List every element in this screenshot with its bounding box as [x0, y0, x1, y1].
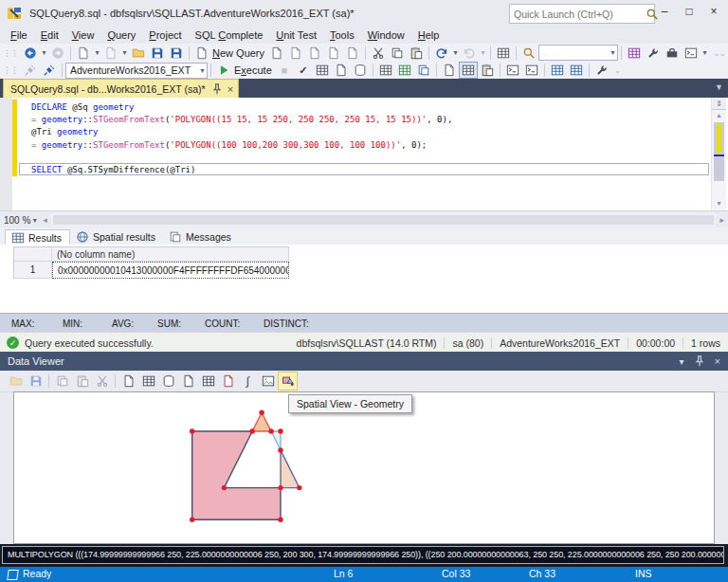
hscroll-right-arrow[interactable]: ▸	[719, 215, 724, 225]
add-item-button[interactable]	[101, 45, 120, 62]
scroll-down-arrow[interactable]: ▼	[712, 198, 726, 209]
find-combobox[interactable]: ▾	[538, 45, 618, 61]
new-dmx-query-icon[interactable]	[286, 45, 305, 62]
database-combobox-dropdown[interactable]: ▾	[198, 66, 207, 75]
menu-unit-test[interactable]: Unit Test	[269, 27, 323, 43]
new-dax-query-icon[interactable]	[324, 45, 343, 62]
zoom-level-combobox[interactable]: 100 % ▾	[0, 215, 43, 226]
code-line-2[interactable]: = geometry::STGeomFromText('POLYGON((15 …	[19, 113, 709, 125]
execute-button[interactable]: Execute	[234, 64, 272, 76]
menu-file[interactable]: File	[4, 27, 34, 43]
sql-prompt-icon[interactable]	[625, 45, 644, 62]
change-connection-icon[interactable]	[40, 62, 59, 79]
hex-view-button[interactable]	[158, 372, 178, 391]
connect-icon[interactable]	[21, 62, 40, 79]
navigate-to-button[interactable]	[519, 45, 538, 62]
quick-launch-box[interactable]	[509, 4, 655, 24]
undo-button[interactable]	[432, 45, 451, 62]
cut-button[interactable]	[92, 372, 112, 391]
copy-button[interactable]	[52, 372, 72, 391]
redo-dropdown[interactable]: ▾	[479, 48, 487, 57]
code-line-6[interactable]: SELECT @Sq.STSymDifference(@Tri)	[19, 163, 709, 175]
results-to-grid-icon[interactable]	[459, 62, 478, 79]
new-analysis-query-icon[interactable]	[343, 45, 362, 62]
intellisense-icon[interactable]	[351, 62, 370, 79]
menu-project[interactable]: Project	[142, 27, 188, 43]
cancel-query-icon[interactable]: ■	[275, 62, 294, 79]
new-file-dropdown[interactable]: ▾	[93, 48, 101, 57]
html-view-button[interactable]	[198, 372, 218, 391]
tab-list-dropdown-icon[interactable]: ▼	[715, 82, 723, 92]
quick-launch-input[interactable]	[510, 9, 646, 20]
menu-edit[interactable]: Edit	[34, 27, 65, 43]
tab-messages[interactable]: Messages	[163, 229, 239, 245]
navigate-forward-button[interactable]	[48, 45, 67, 62]
maximize-button[interactable]: □	[677, 2, 701, 21]
tab-spatial-results[interactable]: Spatial results	[70, 229, 163, 245]
zoom-dropdown-icon[interactable]: ▾	[30, 216, 39, 225]
menu-tools[interactable]: Tools	[323, 27, 361, 43]
document-tab[interactable]: SQLQuery8.sql - db...Works2016_EXT (sa)*…	[3, 79, 239, 98]
estimated-plan-icon[interactable]	[313, 62, 332, 79]
add-item-dropdown[interactable]: ▾	[120, 48, 129, 57]
grid-view-button[interactable]	[138, 372, 158, 391]
increase-indent-icon[interactable]	[567, 62, 586, 79]
tab-close-icon[interactable]: ×	[228, 83, 233, 95]
code-line-3[interactable]: @Tri geometry	[19, 125, 709, 137]
decrease-indent-icon[interactable]	[548, 62, 567, 79]
spatial-view-button[interactable]	[278, 372, 298, 391]
command-window-dropdown[interactable]: ▾	[701, 48, 709, 57]
image-view-button[interactable]	[258, 372, 278, 391]
hscroll-thumb[interactable]	[53, 215, 715, 225]
client-statistics-icon[interactable]	[414, 62, 433, 79]
code-lines[interactable]: DECLARE @Sq geometry= geometry::STGeomFr…	[19, 100, 709, 175]
uncomment-lines-icon[interactable]	[522, 62, 541, 79]
scrollbar-thumb[interactable]	[714, 122, 724, 181]
properties-wrench-icon[interactable]	[644, 45, 663, 62]
menu-query[interactable]: Query	[100, 27, 142, 43]
editor-horizontal-scrollbar[interactable]	[51, 213, 717, 227]
menu-help[interactable]: Help	[411, 27, 446, 43]
code-line-1[interactable]: DECLARE @Sq geometry	[19, 100, 709, 113]
copy-button[interactable]	[388, 45, 407, 62]
panel-close-icon[interactable]: ×	[715, 355, 720, 367]
window-position-dropdown-icon[interactable]: ▾	[680, 356, 684, 367]
grid-corner-cell[interactable]	[14, 247, 52, 262]
splitter-handle[interactable]: ⇕	[712, 98, 726, 110]
open-button[interactable]	[6, 372, 26, 391]
query-options-icon[interactable]	[332, 62, 351, 79]
menu-sql-complete[interactable]: SQL Complete	[189, 27, 270, 43]
new-file-button[interactable]	[74, 45, 93, 62]
results-to-file-icon[interactable]	[478, 62, 497, 79]
command-window-icon[interactable]	[682, 45, 701, 62]
editor-vertical-scrollbar[interactable]: ⇕ ▲ ▼	[711, 98, 726, 210]
menu-view[interactable]: View	[65, 27, 101, 43]
spatial-view-canvas[interactable]	[13, 391, 715, 544]
include-actual-plan-icon[interactable]	[376, 62, 395, 79]
find-combobox-dropdown[interactable]: ▾	[609, 48, 617, 57]
code-line-5[interactable]	[19, 151, 709, 163]
grid-cell-geometry-value[interactable]: 0x00000000010413000000F4FFFFFFFFDF654000…	[52, 262, 289, 279]
xml-view-button[interactable]	[178, 372, 198, 391]
save-all-button[interactable]	[167, 45, 186, 62]
scroll-up-arrow[interactable]: ▲	[712, 110, 726, 120]
menu-window[interactable]: Window	[361, 27, 411, 43]
data-viewer-header[interactable]: Data Viewer ▾ ×	[0, 352, 728, 371]
wkt-text-bar[interactable]: MULTIPOLYGON (((174.99999999999966 250, …	[2, 546, 724, 564]
paste-button[interactable]	[407, 45, 426, 62]
toolbar-overflow[interactable]: ⌄⌄	[713, 48, 725, 58]
grid-column-header[interactable]: (No column name)	[52, 247, 289, 262]
grid-row[interactable]: 1 0x00000000010413000000F4FFFFFFFFDF6540…	[14, 262, 289, 279]
toolbox-icon[interactable]	[663, 45, 682, 62]
undo-dropdown[interactable]: ▾	[451, 48, 460, 57]
new-query-icon[interactable]	[192, 45, 211, 62]
new-query-button[interactable]: New Query	[212, 47, 264, 59]
parse-query-icon[interactable]: ✓	[294, 62, 313, 79]
database-combobox[interactable]: AdventureWorks2016_EXT ▾	[65, 63, 208, 79]
new-xmla-query-icon[interactable]	[305, 45, 324, 62]
toolbar-drag-handle[interactable]: ⋮⋮	[3, 65, 18, 75]
results-grid[interactable]: (No column name) 1 0x0000000001041300000…	[13, 246, 289, 279]
sqlcmd-mode-icon[interactable]	[592, 62, 611, 79]
activity-monitor-icon[interactable]	[494, 45, 513, 62]
toolbar-drag-handle[interactable]: ⋮⋮	[3, 48, 18, 58]
